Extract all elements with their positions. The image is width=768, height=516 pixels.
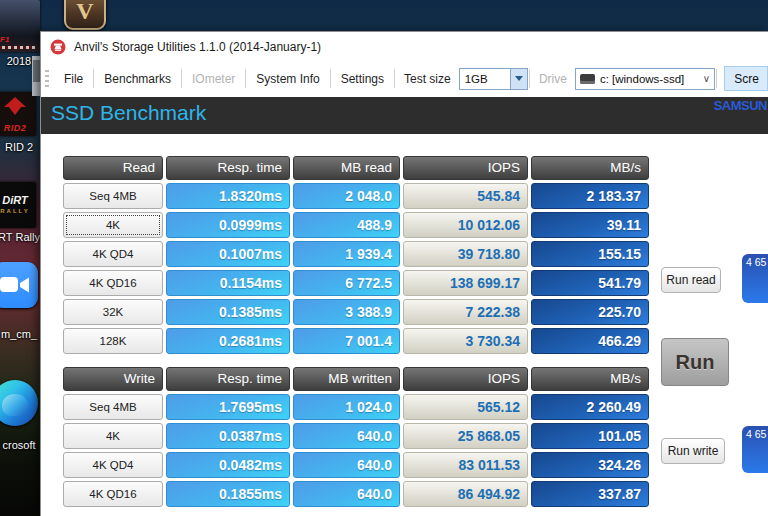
resp-time-cell: 0.1385ms bbox=[166, 299, 290, 325]
run-read-button[interactable]: Run read bbox=[661, 267, 721, 293]
iops-cell: 565.12 bbox=[403, 394, 528, 420]
write-row-label[interactable]: 4K bbox=[63, 423, 163, 449]
menu-toolbar: File Benchmarks IOmeter System Info Sett… bbox=[41, 62, 768, 95]
separator bbox=[394, 69, 395, 88]
read-row-label[interactable]: 4K bbox=[63, 212, 163, 238]
mb-read-header: MB read bbox=[293, 156, 400, 180]
write-table: Write Resp. time MB written IOPS MB/s Se… bbox=[63, 367, 649, 507]
mbs-cell: 39.11 bbox=[531, 212, 649, 238]
desktop-icon-edge[interactable] bbox=[0, 380, 38, 426]
iops-cell: 3 730.34 bbox=[403, 328, 528, 354]
iops-cell: 10 012.06 bbox=[403, 212, 528, 238]
iops-cell: 83 011.53 bbox=[403, 452, 528, 478]
separator bbox=[93, 69, 94, 88]
mbs-cell: 2 183.37 bbox=[531, 183, 649, 209]
read-row-label[interactable]: 4K QD16 bbox=[63, 270, 163, 296]
anvil-window: Anvil's Storage Utilities 1.1.0 (2014-Ja… bbox=[40, 31, 768, 516]
mb-read-cell: 488.9 bbox=[293, 212, 400, 238]
desktop: F1 2018 RID2 RID 2 DiRT RALLY RT Rally m… bbox=[0, 0, 768, 516]
menu-system-info[interactable]: System Info bbox=[247, 67, 328, 91]
drive-icon bbox=[580, 74, 595, 84]
write-row-label[interactable]: 4K QD4 bbox=[63, 452, 163, 478]
read-table: Read Resp. time MB read IOPS MB/s Seq 4M… bbox=[63, 156, 649, 354]
iops-header: IOPS bbox=[403, 156, 528, 180]
mbs-cell: 2 260.49 bbox=[531, 394, 649, 420]
toolbar-grip-icon[interactable] bbox=[45, 70, 49, 88]
run-button[interactable]: Run bbox=[661, 338, 729, 386]
mb-written-cell: 640.0 bbox=[293, 452, 400, 478]
desktop-icon-caption: RT Rally bbox=[0, 231, 42, 243]
separator bbox=[181, 69, 182, 88]
resp-time-cell: 0.0999ms bbox=[166, 212, 290, 238]
f1-logo: F1 bbox=[0, 35, 9, 44]
grid2-logo-text: RID2 bbox=[0, 123, 36, 133]
dirt-logo-text: DiRT bbox=[0, 194, 36, 206]
menu-file[interactable]: File bbox=[55, 67, 92, 91]
benchmark-banner: SSD Benchmark SAMSUN bbox=[41, 97, 768, 134]
mbs-cell: 324.26 bbox=[531, 452, 649, 478]
mbs-cell: 155.15 bbox=[531, 241, 649, 267]
title-bar[interactable]: Anvil's Storage Utilities 1.1.0 (2014-Ja… bbox=[41, 32, 768, 62]
mbs-cell: 466.29 bbox=[531, 328, 649, 354]
mbs-cell: 101.05 bbox=[531, 423, 649, 449]
mbs-cell: 337.87 bbox=[531, 481, 649, 507]
window-title: Anvil's Storage Utilities 1.1.0 (2014-Ja… bbox=[74, 40, 321, 54]
resp-time-cell: 1.7695ms bbox=[166, 394, 290, 420]
mb-read-cell: 1 939.4 bbox=[293, 241, 400, 267]
iops-cell: 86 494.92 bbox=[403, 481, 528, 507]
test-size-select[interactable]: 1GB bbox=[459, 68, 528, 90]
iops-cell: 25 868.05 bbox=[403, 423, 528, 449]
desktop-icon-zoom[interactable] bbox=[0, 262, 38, 308]
read-row-label[interactable]: 128K bbox=[63, 328, 163, 354]
resp-time-cell: 0.0387ms bbox=[166, 423, 290, 449]
camera-icon bbox=[0, 274, 30, 296]
mb-written-header: MB written bbox=[293, 367, 400, 391]
resp-time-cell: 0.1154ms bbox=[166, 270, 290, 296]
mb-read-cell: 7 001.4 bbox=[293, 328, 400, 354]
desktop-icon-caption: m_cm_ bbox=[0, 328, 42, 340]
chevron-down-icon: ∨ bbox=[698, 73, 714, 84]
read-row-label[interactable]: 4K QD4 bbox=[63, 241, 163, 267]
page-title: SSD Benchmark bbox=[51, 101, 206, 125]
mbs-cell: 225.70 bbox=[531, 299, 649, 325]
iops-cell: 138 699.17 bbox=[403, 270, 528, 296]
run-write-button[interactable]: Run write bbox=[661, 438, 725, 464]
mbs-cell: 541.79 bbox=[531, 270, 649, 296]
desktop-icon-dirt-rally[interactable]: DiRT RALLY bbox=[0, 182, 36, 228]
menu-settings[interactable]: Settings bbox=[332, 67, 393, 91]
mb-written-cell: 640.0 bbox=[293, 423, 400, 449]
anvil-app-icon bbox=[50, 39, 66, 55]
iops-cell: 545.84 bbox=[403, 183, 528, 209]
resp-time-cell: 0.0482ms bbox=[166, 452, 290, 478]
desktop-icon-f1-2018[interactable]: F1 bbox=[0, 0, 40, 52]
rally-logo-text: RALLY bbox=[0, 208, 36, 214]
resp-time-cell: 0.2681ms bbox=[166, 328, 290, 354]
menu-benchmarks[interactable]: Benchmarks bbox=[95, 67, 180, 91]
write-row-label[interactable]: 4K QD16 bbox=[63, 481, 163, 507]
mb-written-cell: 640.0 bbox=[293, 481, 400, 507]
dropdown-button[interactable] bbox=[510, 69, 527, 89]
iops-cell: 7 222.38 bbox=[403, 299, 528, 325]
mb-written-cell: 1 024.0 bbox=[293, 394, 400, 420]
read-header: Read bbox=[63, 156, 163, 180]
drive-select[interactable]: c: [windows-ssd] ∨ bbox=[575, 68, 715, 90]
separator bbox=[529, 69, 530, 88]
resp-time-header: Resp. time bbox=[166, 156, 290, 180]
iops-cell: 39 718.80 bbox=[403, 241, 528, 267]
drive-value: c: [windows-ssd] bbox=[595, 73, 698, 85]
read-row-label[interactable]: 32K bbox=[63, 299, 163, 325]
test-size-value: 1GB bbox=[460, 73, 510, 85]
screenshot-button[interactable]: Scre bbox=[724, 66, 768, 91]
test-size-label: Test size bbox=[396, 72, 459, 86]
desktop-icon-v-app[interactable]: V bbox=[64, 0, 106, 30]
samsung-brand-text: SAMSUN bbox=[714, 98, 767, 113]
desktop-icon-grid-2[interactable]: RID2 bbox=[0, 92, 36, 136]
separator bbox=[330, 69, 331, 88]
separator bbox=[245, 69, 246, 88]
read-row-label[interactable]: Seq 4MB bbox=[63, 183, 163, 209]
mbs-header: MB/s bbox=[531, 156, 649, 180]
mb-read-cell: 3 388.9 bbox=[293, 299, 400, 325]
checkered-stripe bbox=[0, 46, 36, 49]
desktop-icon-caption: RID 2 bbox=[0, 141, 42, 153]
write-row-label[interactable]: Seq 4MB bbox=[63, 394, 163, 420]
